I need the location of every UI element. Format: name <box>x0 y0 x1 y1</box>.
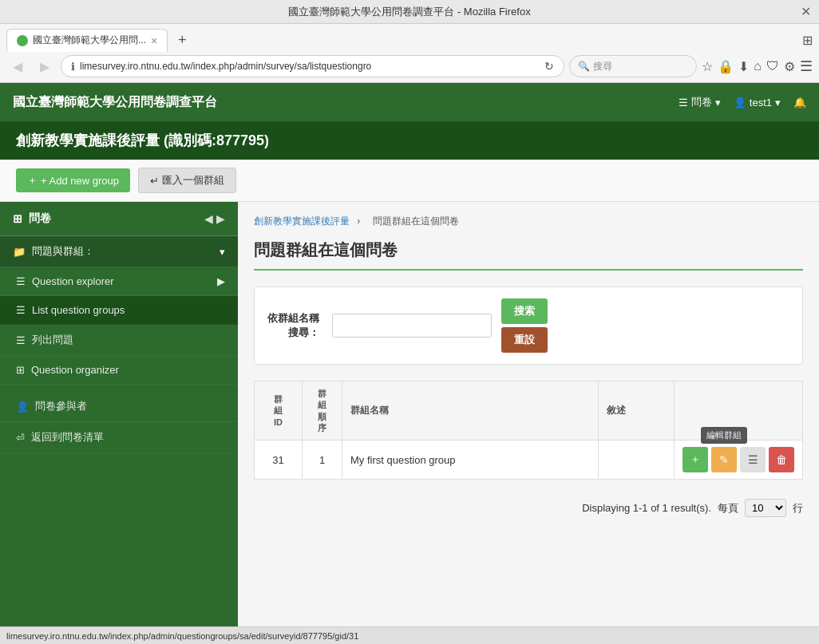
breadcrumb-separator: › <box>357 215 360 227</box>
col-group-id: 群組ID <box>255 381 303 441</box>
delete-icon: 🗑 <box>776 453 787 466</box>
tab-label: 國立臺灣師範大學公用問... <box>33 34 146 47</box>
browser-search-placeholder: 搜尋 <box>593 60 612 73</box>
cell-group-name: My first question group <box>342 441 599 480</box>
col-group-name: 群組名稱 <box>342 381 599 441</box>
active-tab[interactable]: 國立臺灣師範大學公用問... × <box>6 29 168 52</box>
sidebar-item-label-2: List question groups <box>32 304 125 316</box>
user-label: test1 <box>750 97 772 109</box>
bookmark-icon[interactable]: ☆ <box>702 59 713 74</box>
status-url: limesurvey.iro.ntnu.edu.tw/index.php/adm… <box>6 631 358 641</box>
table-row: 31 1 My first question group ＋ <box>255 441 803 480</box>
list-icon-2: ☰ <box>16 304 26 316</box>
search-form: 依群組名稱 搜尋： 搜索 重設 <box>254 286 803 365</box>
sidebar-prev-button[interactable]: ◀ <box>204 212 213 225</box>
delete-group-button[interactable]: 🗑 <box>769 447 794 472</box>
breadcrumb-survey-link[interactable]: 創新教學實施課後評量 <box>254 215 350 227</box>
edit-tooltip: 編輯群組 <box>701 427 747 444</box>
sidebar-item-list-questions[interactable]: ☰ 列出問題 <box>0 325 238 356</box>
pagination-bar: Displaying 1-1 of 1 result(s). 每頁 10 25 … <box>254 492 803 523</box>
cell-actions: ＋ 編輯群組 ✎ ☰ <box>675 441 803 480</box>
plus-icon-2: ＋ <box>690 452 701 467</box>
sidebar-item-back-to-list[interactable]: ⏎ 返回到問卷清單 <box>0 422 238 453</box>
page-title: 問題群組在這個問卷 <box>254 239 803 271</box>
sidebar-item-survey-participants[interactable]: 👤 問卷參與者 <box>0 391 238 422</box>
back-button[interactable]: ◀ <box>6 55 29 77</box>
add-new-group-button[interactable]: ＋ + Add new group <box>16 168 130 192</box>
cell-group-order: 1 <box>303 441 342 480</box>
section-dropdown-icon: ▾ <box>220 246 225 258</box>
edit-icon: ✎ <box>719 453 729 466</box>
surveys-label: 問卷 <box>691 95 712 109</box>
col-description: 敘述 <box>599 381 675 441</box>
surveys-icon: ☰ <box>679 97 688 109</box>
tab-grid-button[interactable]: ⊞ <box>802 33 813 48</box>
survey-header: 創新教學實施課後評量 (識別碼:877795) <box>0 121 819 160</box>
arrow-icon: ▶ <box>217 275 225 287</box>
back-icon: ⏎ <box>16 432 25 444</box>
cell-description <box>599 441 675 480</box>
status-bar: limesurvey.iro.ntnu.edu.tw/index.php/adm… <box>0 626 819 644</box>
extension-icon[interactable]: ⚙ <box>784 59 795 74</box>
surveys-dropdown-icon: ▾ <box>715 97 721 109</box>
list-icon-3: ☰ <box>16 334 26 346</box>
organizer-icon: ⊞ <box>16 364 25 376</box>
import-group-button[interactable]: ↵ 匯入一個群組 <box>138 168 236 193</box>
edit-group-button[interactable]: ✎ <box>711 447 737 472</box>
user-menu-button[interactable]: 👤 test1 ▾ <box>734 97 781 109</box>
reload-button[interactable]: ↻ <box>544 60 554 73</box>
edit-tooltip-wrapper: 編輯群組 ✎ <box>711 447 737 472</box>
app-logo[interactable]: 國立臺灣師範大學公用問卷調查平台 <box>13 94 217 111</box>
search-input[interactable] <box>332 314 492 338</box>
breadcrumb-current: 問題群組在這個問卷 <box>373 215 459 227</box>
sidebar-survey-label: 問卷 <box>29 211 51 226</box>
reset-button[interactable]: 重設 <box>501 327 548 353</box>
survey-title: 創新教學實施課後評量 (識別碼:877795) <box>16 132 269 148</box>
pagination-display-text: Displaying 1-1 of 1 result(s). <box>582 502 711 514</box>
forward-button[interactable]: ▶ <box>34 55 56 77</box>
per-page-label: 每頁 <box>718 501 738 516</box>
add-question-button[interactable]: ＋ <box>682 447 708 472</box>
sidebar-section-questions-groups[interactable]: 📁 問題與群組： ▾ <box>0 236 238 267</box>
sidebar-item-question-explorer[interactable]: ☰ Question explorer ▶ <box>0 267 238 296</box>
url-bar[interactable]: ℹ limesurvey.iro.ntnu.edu.tw/index.php/a… <box>61 55 564 77</box>
participants-icon: 👤 <box>16 401 29 413</box>
sidebar-item-label-5: 問卷參與者 <box>35 399 87 413</box>
close-icon[interactable]: ✕ <box>801 4 811 19</box>
survey-icon: ⊞ <box>13 212 22 225</box>
search-label-line2: 搜尋： <box>288 326 319 340</box>
titlebar: 國立臺灣師範大學公用問卷調查平台 - Mozilla Firefox ✕ <box>0 0 819 24</box>
sidebar-survey-section: ⊞ 問卷 ◀ ▶ <box>0 202 238 236</box>
browser-search-bar[interactable]: 🔍 搜尋 <box>569 55 697 77</box>
sidebar-item-label-6: 返回到問卷清單 <box>31 430 104 444</box>
notification-button[interactable]: 🔔 <box>793 97 806 109</box>
question-groups-table: 群組ID 群組順序 群組名稱 <box>254 381 803 480</box>
col-group-order: 群組順序 <box>303 381 342 441</box>
tab-close-button[interactable]: × <box>151 34 157 47</box>
search-button[interactable]: 搜索 <box>501 298 548 324</box>
user-dropdown-icon: ▾ <box>775 97 781 109</box>
per-page-select[interactable]: 10 25 50 100 <box>745 499 786 517</box>
surveys-menu-button[interactable]: ☰ 問卷 ▾ <box>679 95 721 109</box>
sidebar-item-question-organizer[interactable]: ⊞ Question organizer <box>0 356 238 385</box>
titlebar-title: 國立臺灣師範大學公用問卷調查平台 - Mozilla Firefox <box>288 5 530 19</box>
menu-icon[interactable]: ☰ <box>800 57 813 75</box>
sidebar-item-label-4: Question organizer <box>31 364 119 376</box>
home-icon[interactable]: ⌂ <box>754 59 762 73</box>
browser-chrome: 國立臺灣師範大學公用問... × + ⊞ ◀ ▶ ℹ limesurvey.ir… <box>0 24 819 83</box>
per-page-suffix: 行 <box>793 501 803 516</box>
download-icon[interactable]: ⬇ <box>738 59 749 74</box>
shield-icon[interactable]: 🔒 <box>718 59 734 74</box>
sidebar-next-button[interactable]: ▶ <box>216 212 225 225</box>
list-icon: ☰ <box>16 275 26 287</box>
view-icon: ☰ <box>748 453 758 466</box>
import-icon: ↵ <box>150 175 159 187</box>
user-icon: 👤 <box>734 97 746 109</box>
security-icon[interactable]: 🛡 <box>766 59 779 73</box>
view-group-button[interactable]: ☰ <box>740 447 766 472</box>
new-tab-button[interactable]: + <box>171 30 193 52</box>
sidebar-item-list-question-groups[interactable]: ☰ List question groups <box>0 296 238 325</box>
tab-favicon <box>17 35 28 46</box>
cell-group-id: 31 <box>255 441 303 480</box>
sidebar-item-label: Question explorer <box>32 275 114 287</box>
